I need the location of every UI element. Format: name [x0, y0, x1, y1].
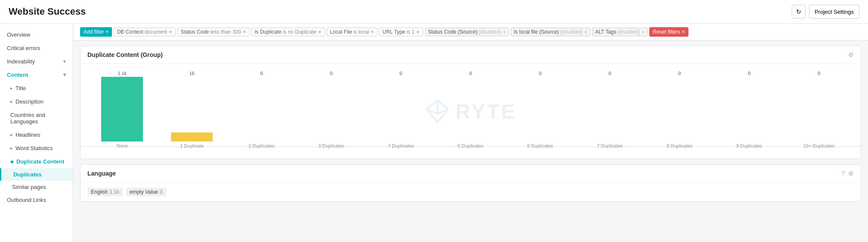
bar-wrap	[366, 77, 436, 141]
sidebar-item-content[interactable]: Content	[0, 68, 73, 82]
chart-settings-icon[interactable]: ⚙	[848, 51, 854, 58]
sidebar-item-label: Outbound Links	[7, 197, 46, 203]
bar-group: 02 Duplicates	[227, 71, 297, 148]
filter-chip-value: document	[145, 29, 167, 35]
lang-count: 3	[160, 189, 163, 195]
sidebar-item-label: Headlines	[16, 132, 40, 138]
lang-count: 1.1k	[109, 189, 119, 195]
content-area: Add filter + DB Context document 👁 Statu…	[73, 24, 868, 242]
eye-icon[interactable]: 👁	[370, 30, 375, 35]
sidebar-item-critical-errors[interactable]: Critical errors	[0, 41, 73, 55]
bar-bottom-label: 4 Duplicates	[388, 143, 414, 148]
close-icon[interactable]: ×	[503, 29, 506, 35]
language-settings-icon[interactable]: ⚙	[848, 170, 854, 177]
language-panel-title: Language	[87, 170, 116, 177]
chart-bar[interactable]	[101, 77, 143, 141]
sidebar-item-label: Duplicates	[13, 171, 42, 178]
chart-bar[interactable]	[171, 132, 213, 141]
bar-wrap	[157, 77, 227, 141]
sidebar-item-label: Countries and Languages	[10, 112, 66, 125]
project-settings-button[interactable]: Project Settings	[809, 5, 859, 19]
bar-wrap	[227, 77, 297, 141]
sidebar-item-label: Critical errors	[7, 45, 40, 51]
bar-wrap	[575, 77, 645, 141]
filter-chip-is-duplicate[interactable]: Is Duplicate is no Duplicate 👁	[251, 28, 325, 36]
eye-icon[interactable]: 👁	[318, 30, 322, 35]
header: Website Success ↻ Project Settings	[0, 0, 868, 24]
bar-top-label: 0	[400, 71, 402, 76]
duplicate-content-icon: ◆	[10, 159, 14, 164]
filter-chip-local-file[interactable]: Local File is local 👁	[327, 28, 378, 36]
language-chip[interactable]: empty Value3	[126, 188, 166, 196]
bar-wrap	[784, 77, 854, 141]
sidebar-item-duplicate-content[interactable]: ◆ Duplicate Content	[0, 155, 73, 168]
filter-chip-alt-tags[interactable]: ALT Tags [disabled] ×	[592, 28, 648, 36]
close-icon[interactable]: ×	[585, 29, 587, 35]
filter-chip-value: less than 300	[210, 29, 241, 35]
bar-top-label: 0	[818, 71, 820, 76]
filter-chip-is-local-file-source[interactable]: Is local file (Source) [disabled] ×	[511, 28, 590, 36]
bar-group: 04 Duplicates	[366, 71, 436, 148]
filter-chip-value: is local	[353, 29, 369, 35]
bar-bottom-label: 9 Duplicates	[736, 143, 763, 148]
sidebar-item-label: Description	[16, 98, 43, 105]
bar-wrap	[296, 77, 366, 141]
language-chip[interactable]: English1.1k	[87, 188, 123, 196]
panels-container: Duplicate Content (Group) ⚙	[73, 41, 868, 242]
sidebar-item-countries-languages[interactable]: Countries and Languages	[0, 108, 73, 128]
filter-chip-status-code[interactable]: Status Code less than 300 👁	[177, 28, 249, 36]
close-icon[interactable]: ×	[642, 29, 645, 35]
sidebar-item-indexability[interactable]: Indexability	[0, 55, 73, 68]
filter-chip-name: Local File	[330, 29, 352, 35]
bar-top-label: 0	[330, 71, 332, 76]
bar-group: 161 Duplicate	[157, 71, 227, 148]
refresh-button[interactable]: ↻	[792, 5, 806, 19]
sidebar-item-title[interactable]: Title	[0, 82, 73, 95]
bar-top-label: 1.1k	[118, 71, 127, 76]
filter-chip-name: Status Code	[180, 29, 209, 35]
filter-chip-url-type[interactable]: URL Type is 1 👁	[379, 28, 423, 36]
panel-icons: ⚙	[848, 51, 854, 58]
add-filter-label: Add filter	[84, 29, 104, 35]
eye-icon[interactable]: 👁	[242, 30, 247, 35]
sidebar-sub-item-duplicates[interactable]: Duplicates	[0, 168, 73, 181]
lang-name: English	[91, 189, 108, 195]
filter-chip-name: DB Context	[117, 29, 143, 35]
sidebar-item-outbound-links[interactable]: Outbound Links	[0, 193, 73, 207]
sidebar-item-description[interactable]: Description	[0, 95, 73, 108]
header-right: ↻ Project Settings	[792, 5, 859, 19]
filter-chip-status-code-source[interactable]: Status Code (Source) [disabled] ×	[425, 28, 509, 36]
sidebar-item-headlines[interactable]: Headlines	[0, 128, 73, 141]
chart-x-axis	[81, 146, 861, 147]
bar-group: 09 Duplicates	[714, 71, 784, 148]
bar-group: 1.1kNone	[87, 71, 157, 148]
reset-filters-label: Reset filters	[653, 29, 680, 35]
filter-chip-value: is no Duplicate	[283, 29, 317, 35]
bar-wrap	[87, 77, 157, 141]
filter-chip-db-context[interactable]: DB Context document 👁	[114, 28, 176, 36]
filter-chip-name: URL Type	[382, 29, 405, 35]
add-filter-plus-icon: +	[105, 29, 108, 35]
sidebar-item-overview[interactable]: Overview	[0, 28, 73, 41]
bar-bottom-label: 8 Duplicates	[666, 143, 693, 148]
language-panel-header: Language ? ⚙	[81, 165, 861, 182]
sidebar: Overview Critical errors Indexability Co…	[0, 24, 73, 242]
sidebar-item-word-statistics[interactable]: Word Statistics	[0, 141, 73, 155]
chart-panel-header: Duplicate Content (Group) ⚙	[81, 46, 861, 64]
filter-chip-value: [disabled]	[479, 29, 501, 35]
bar-group: 010+ Duplicates	[784, 71, 854, 148]
bar-bottom-label: 7 Duplicates	[597, 143, 623, 148]
eye-icon[interactable]: 👁	[168, 30, 173, 35]
bar-bottom-label: 10+ Duplicates	[803, 143, 834, 148]
reset-filters-button[interactable]: Reset filters ×	[649, 27, 688, 37]
help-icon[interactable]: ?	[841, 170, 845, 177]
sidebar-item-label: Indexability	[7, 58, 35, 65]
chart-panel: Duplicate Content (Group) ⚙	[80, 46, 861, 159]
sidebar-item-label: Duplicate Content	[16, 158, 64, 165]
lang-name: empty Value	[130, 189, 158, 195]
sidebar-sub-item-similar-pages[interactable]: Similar pages	[0, 181, 73, 193]
eye-icon[interactable]: 👁	[416, 30, 420, 35]
bar-bottom-label: 6 Duplicates	[527, 143, 554, 148]
bar-group: 05 Duplicates	[436, 71, 505, 148]
add-filter-button[interactable]: Add filter +	[80, 27, 112, 37]
